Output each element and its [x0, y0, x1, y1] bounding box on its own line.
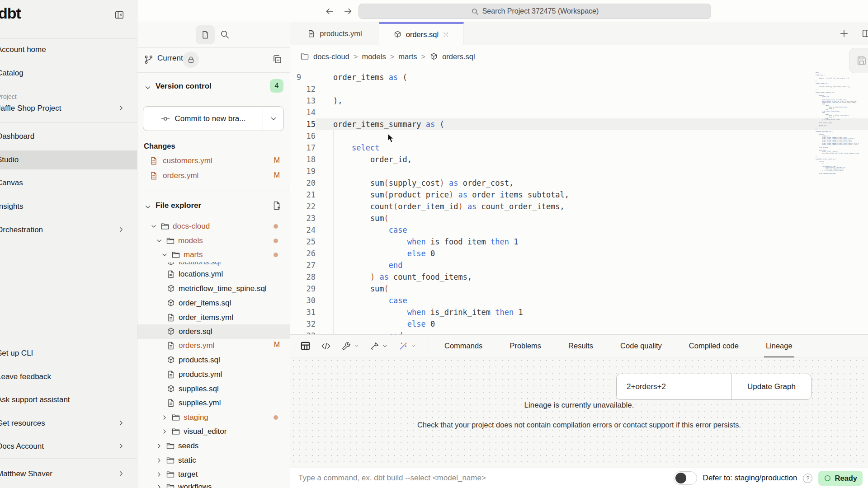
tab-results[interactable]: Results	[566, 335, 595, 357]
tab-products-yml[interactable]: products.yml	[290, 22, 379, 45]
code-line-19[interactable]: 19	[290, 165, 868, 177]
forward-arrow-icon[interactable]	[343, 6, 353, 16]
file-locations-yml[interactable]: locations.yml	[137, 267, 290, 282]
tab-problems[interactable]: Problems	[508, 335, 543, 357]
new-tab-icon[interactable]	[839, 28, 849, 38]
tab-lineage[interactable]: Lineage	[764, 335, 794, 357]
defer-toggle[interactable]	[674, 471, 697, 485]
nav-studio[interactable]: Studio	[0, 150, 137, 169]
code-line-33[interactable]: 33 end	[290, 330, 868, 334]
nav-account-home[interactable]: Account home	[0, 40, 137, 59]
nav-get-resources[interactable]: Get resources	[0, 414, 137, 433]
tab-compiled-code[interactable]: Compiled code	[687, 335, 741, 357]
file-metricflow-time-spine-sql[interactable]: metricflow_time_spine.sql	[137, 282, 290, 296]
file-orders-yml[interactable]: orders.yml M	[137, 338, 290, 353]
file-order-items-yml[interactable]: order_items.yml	[137, 310, 290, 325]
folder-workflows[interactable]: workflows	[137, 480, 290, 488]
code-line-18[interactable]: 18 order_id,	[290, 154, 868, 165]
results-table-icon[interactable]	[300, 341, 311, 351]
minimap[interactable]: with orders as ( select * from {{ ref('s…	[816, 71, 859, 176]
update-graph-button[interactable]: Update Graph	[731, 374, 811, 399]
file-search-icon[interactable]	[220, 29, 230, 39]
split-editor-icon[interactable]	[862, 28, 868, 38]
code-line-12[interactable]: 12	[290, 83, 868, 95]
changed-file-orders-yml[interactable]: orders.yml M	[137, 169, 290, 183]
code-line-13[interactable]: 13),	[290, 95, 868, 107]
nav-catalog[interactable]: Catalog	[0, 64, 137, 83]
code-line-24[interactable]: 24 case	[290, 224, 868, 236]
code-icon[interactable]	[321, 341, 331, 352]
code-line-31[interactable]: 31 when is_drink_item then 1	[290, 306, 868, 318]
file-products-sql[interactable]: products.sql	[137, 353, 290, 367]
folder-staging[interactable]: staging	[137, 410, 290, 425]
nav-setup-cli[interactable]: Set up CLI	[0, 344, 137, 363]
nav-leave-feedback[interactable]: Leave feedback	[0, 367, 137, 386]
code-line-30[interactable]: 30 case	[290, 295, 868, 306]
nav-insights[interactable]: Insights	[0, 197, 137, 216]
file-products-yml[interactable]: products.yml	[137, 367, 290, 382]
nav-ask-support-assistant[interactable]: Ask support assistant	[0, 390, 137, 409]
close-icon[interactable]	[443, 31, 449, 38]
code-line-21[interactable]: 21 sum(product_price) as order_items_sub…	[290, 189, 868, 201]
commit-dropdown[interactable]	[263, 107, 283, 131]
changed-file-customers-yml[interactable]: customers.yml M	[137, 154, 290, 169]
project-switcher[interactable]: Jaffle Shop Project	[0, 101, 137, 116]
version-control-section[interactable]: Version control 4	[137, 72, 290, 102]
command-input[interactable]	[298, 474, 606, 483]
nav-canvas[interactable]: Canvas	[0, 174, 137, 192]
wrench-icon	[341, 341, 351, 351]
back-arrow-icon[interactable]	[325, 6, 335, 16]
breadcrumb-orders-sql[interactable]: orders.sql	[442, 52, 475, 61]
code-line-17[interactable]: 17 select	[290, 142, 868, 154]
code-line-26[interactable]: 26 else 0	[290, 248, 868, 259]
code-line-29[interactable]: 29 sum(	[290, 283, 868, 295]
file-explorer-toggle[interactable]	[196, 25, 215, 44]
file-explorer-section[interactable]: File explorer	[137, 199, 290, 214]
file-supplies-yml[interactable]: supplies.yml	[137, 396, 290, 410]
code-line-15[interactable]: 15order_items_summary as (	[290, 118, 868, 130]
tab-commands[interactable]: Commands	[443, 335, 484, 357]
code-line-28[interactable]: 28 ) as count_food_items,	[290, 271, 868, 283]
new-file-icon[interactable]	[272, 201, 282, 211]
tab-orders-sql[interactable]: orders.sql	[379, 22, 464, 45]
code-line-16[interactable]: 16	[290, 130, 868, 142]
commit-button[interactable]: Commit to new bra...	[143, 106, 284, 131]
code-editor[interactable]: 9order_items as (1213),1415order_items_s…	[290, 68, 868, 334]
code-line-23[interactable]: 23 sum(	[290, 212, 868, 224]
connection-status-badge[interactable]: Ready	[818, 471, 863, 486]
code-line-9[interactable]: 9order_items as (	[290, 71, 868, 83]
folder-marts[interactable]: marts	[137, 248, 290, 262]
file-orders-sql[interactable]: orders.sql	[137, 324, 290, 339]
nav-orchestration[interactable]: Orchestration	[0, 221, 137, 239]
code-line-25[interactable]: 25 when is_food_item then 1	[290, 236, 868, 248]
collapse-sidebar-icon[interactable]	[114, 10, 124, 20]
breadcrumb-docs-cloud[interactable]: docs-cloud	[313, 52, 349, 61]
build-tools-menu[interactable]	[341, 341, 360, 351]
branch-lock[interactable]	[183, 52, 199, 68]
lineage-selector-input[interactable]	[617, 374, 731, 399]
folder-docs-cloud[interactable]: docs-cloud	[137, 219, 290, 234]
nav-dashboard[interactable]: Dashboard	[0, 127, 137, 146]
save-button[interactable]	[849, 48, 868, 73]
nav-user-menu[interactable]: Matthew Shaver	[0, 465, 137, 483]
folder-visual-editor[interactable]: visual_editor	[137, 424, 290, 439]
file-order-items-sql[interactable]: order_items.sql	[137, 296, 290, 310]
code-line-27[interactable]: 27 end	[290, 259, 868, 271]
help-icon[interactable]: ?	[803, 474, 812, 483]
code-line-22[interactable]: 22 count(order_item_id) as count_order_i…	[290, 201, 868, 212]
global-search[interactable]: Search Project 372475 (Workspace)	[359, 4, 711, 19]
format-menu[interactable]	[370, 341, 388, 351]
breadcrumb-marts[interactable]: marts	[398, 52, 417, 61]
nav-docs-account[interactable]: Docs Account	[0, 437, 137, 456]
folder-models[interactable]: models	[137, 234, 290, 248]
tab-code-quality[interactable]: Code quality	[618, 335, 664, 357]
code-line-20[interactable]: 20 sum(supply_cost) as order_cost,	[290, 177, 868, 189]
file-supplies-sql[interactable]: supplies.sql	[137, 382, 290, 396]
breadcrumb-models[interactable]: models	[362, 52, 386, 61]
ai-assist-menu[interactable]	[398, 341, 417, 351]
folder-seeds[interactable]: seeds	[137, 439, 290, 453]
folder-static[interactable]: static	[137, 453, 290, 468]
copy-icon[interactable]	[272, 54, 283, 65]
code-line-32[interactable]: 32 else 0	[290, 318, 868, 330]
code-line-14[interactable]: 14	[290, 107, 868, 118]
